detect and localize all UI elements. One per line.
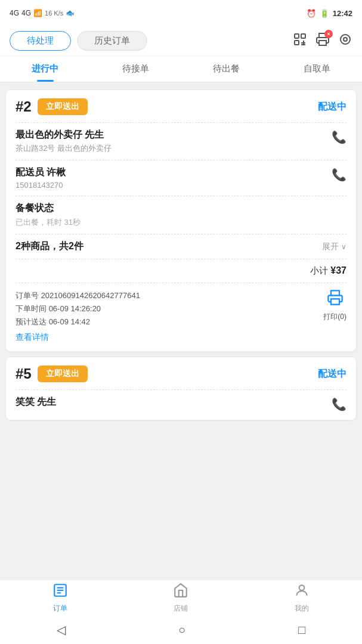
order-card-2: #2 立即送出 配送中 最出色的外卖仔 先生 茶山路32号 最出色的外卖仔 📞 …: [6, 90, 356, 351]
order-list: #2 立即送出 配送中 最出色的外卖仔 先生 茶山路32号 最出色的外卖仔 📞 …: [0, 83, 362, 504]
alarm-icon: ⏰: [307, 9, 316, 18]
meal-status-sub: 已出餐，耗时 31秒: [16, 217, 346, 228]
customer-address: 茶山路32号 最出色的外卖仔: [16, 143, 332, 154]
order-time-value: 06-09 14:26:20: [49, 304, 101, 313]
print-icon[interactable]: ×: [315, 32, 330, 50]
subtotal-amount: ¥37: [330, 265, 346, 277]
subtotal-row: 小计 ¥37: [16, 265, 346, 277]
store-nav-label: 店铺: [174, 603, 188, 614]
svg-rect-7: [319, 41, 326, 45]
product-row: 2种商品，共2件 展开 ∨: [16, 240, 346, 253]
order-nav-label: 订单: [53, 603, 67, 614]
customer-info-row: 最出色的外卖仔 先生 茶山路32号 最出色的外卖仔 📞: [16, 129, 346, 154]
customer-phone-icon-5[interactable]: 📞: [332, 397, 346, 411]
camera-icon[interactable]: [338, 32, 352, 50]
divider-1: [16, 122, 346, 123]
back-button[interactable]: ◁: [45, 618, 78, 642]
subtab-inprogress[interactable]: 进行中: [0, 56, 91, 82]
order-number-line: 订单号 20210609142620642777641: [16, 289, 323, 302]
signal2-icon: 4G: [21, 9, 31, 17]
expand-button[interactable]: 展开 ∨: [322, 242, 346, 252]
scan-icon[interactable]: [293, 32, 307, 50]
customer-info-5: 笑笑 先生: [16, 396, 332, 410]
detail-link[interactable]: 查看详情: [16, 332, 49, 343]
store-nav-icon: [173, 583, 188, 602]
system-nav: ◁ ○ □: [0, 615, 362, 644]
time-area: ⏰ 🔋 12:42: [307, 9, 352, 18]
signal-area: 4G 4G 📶 16 K/s 🐟: [10, 9, 75, 17]
order-time-line: 下单时间 06-09 14:26:20: [16, 302, 323, 315]
svg-rect-0: [295, 34, 299, 38]
delivery-person-name: 配送员 许楸: [16, 166, 332, 179]
order-time-label: 下单时间: [16, 304, 47, 313]
recent-button[interactable]: □: [286, 618, 317, 642]
bottom-nav: 订单 店铺 我的: [0, 580, 362, 615]
signal1-icon: 4G: [10, 9, 19, 17]
delivery-person-info: 配送员 许楸 15018143270: [16, 166, 332, 190]
home-button[interactable]: ○: [166, 618, 197, 642]
status-bar: 4G 4G 📶 16 K/s 🐟 ⏰ 🔋 12:42: [0, 0, 362, 26]
divider-7: [16, 389, 346, 390]
order-meta-left: 订单号 20210609142620642777641 下单时间 06-09 1…: [16, 289, 323, 329]
customer-info: 最出色的外卖仔 先生 茶山路32号 最出色的外卖仔: [16, 129, 332, 154]
send-button-2[interactable]: 立即送出: [38, 98, 88, 115]
customer-info-row-5: 笑笑 先生 📞: [16, 396, 346, 411]
tab-pending[interactable]: 待处理: [10, 31, 71, 51]
delivery-person-row: 配送员 许楸 15018143270 📞: [16, 166, 346, 190]
estimated-line: 预计送达 06-09 14:42: [16, 315, 323, 329]
customer-phone-icon[interactable]: 📞: [332, 130, 346, 144]
order-nav-icon: [52, 583, 68, 602]
card-header-5: #5 立即送出 配送中: [16, 366, 346, 382]
svg-rect-1: [301, 34, 305, 38]
battery-icon: 🔋: [320, 9, 329, 18]
customer-name-5: 笑笑 先生: [16, 396, 332, 408]
order-card-5: #5 立即送出 配送中 笑笑 先生 📞: [6, 357, 356, 420]
wifi-icon: 📶: [33, 9, 42, 17]
divider-3: [16, 196, 346, 196]
subtab-pending-accept[interactable]: 待接单: [91, 56, 181, 82]
delivery-status-5: 配送中: [318, 368, 346, 380]
mine-nav-label: 我的: [295, 603, 309, 614]
estimated-value: 06-09 14:42: [49, 317, 90, 326]
order-number-5: #5: [16, 366, 32, 382]
send-button-5[interactable]: 立即送出: [38, 366, 88, 382]
order-number-2: #2: [16, 98, 32, 115]
delivery-status-2: 配送中: [318, 101, 346, 113]
top-icons-group: ×: [293, 32, 352, 50]
print-badge: ×: [324, 30, 333, 38]
mine-nav-icon: [294, 583, 310, 602]
subtab-self-pickup[interactable]: 自取单: [271, 56, 362, 82]
meal-status-label: 备餐状态: [16, 202, 346, 215]
nav-mine[interactable]: 我的: [242, 580, 362, 615]
product-count: 2种商品，共2件: [16, 240, 83, 253]
print-icon-colored: [327, 289, 344, 309]
order-num-value: 20210609142620642777641: [41, 291, 140, 300]
subtotal-label: 小计: [310, 265, 328, 277]
svg-point-8: [341, 35, 350, 44]
top-tab-bar: 待处理 历史订单 ×: [0, 26, 362, 56]
tab-history[interactable]: 历史订单: [77, 31, 147, 51]
card-header-2: #2 立即送出 配送中: [16, 98, 346, 115]
data-speed: 16 K/s: [45, 10, 63, 17]
order-meta: 订单号 20210609142620642777641 下单时间 06-09 1…: [16, 289, 346, 329]
nav-order[interactable]: 订单: [0, 580, 120, 615]
order-num-label: 订单号: [16, 291, 39, 300]
svg-point-9: [344, 38, 347, 41]
svg-point-15: [299, 585, 304, 590]
print-button[interactable]: 打印(0): [323, 289, 346, 322]
print-label: 打印(0): [323, 312, 346, 322]
clock-time: 12:42: [333, 9, 352, 18]
customer-name: 最出色的外卖仔 先生: [16, 129, 332, 141]
meal-status-section: 备餐状态 已出餐，耗时 31秒: [16, 202, 346, 228]
divider-5: [16, 259, 346, 259]
divider-2: [16, 160, 346, 160]
chevron-down-icon: ∨: [341, 243, 346, 251]
expand-label: 展开: [322, 242, 339, 252]
delivery-phone-icon[interactable]: 📞: [332, 168, 346, 182]
svg-rect-2: [295, 41, 299, 45]
subtab-pending-meal[interactable]: 待出餐: [181, 56, 272, 82]
nav-store[interactable]: 店铺: [120, 580, 241, 615]
estimated-label: 预计送达: [16, 317, 47, 326]
delivery-person-phone: 15018143270: [16, 181, 332, 190]
sub-tab-bar: 进行中 待接单 待出餐 自取单: [0, 56, 362, 83]
